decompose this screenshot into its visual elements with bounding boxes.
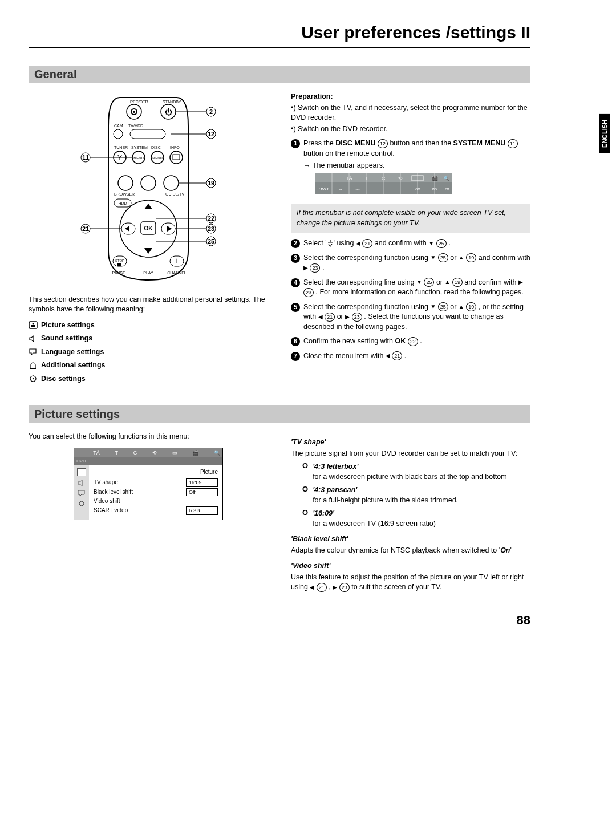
additional-settings-item: Additional settings [29, 360, 268, 371]
svg-text:TUNER: TUNER [114, 145, 128, 149]
videoshift-heading: 'Video shift' [291, 561, 530, 571]
step-2: 2 Select '' using ◀ 21 and confirm with … [291, 238, 530, 249]
svg-text:⏻: ⏻ [165, 108, 172, 116]
disc-settings-item: Disc settings [29, 374, 268, 384]
svg-text:TÅ: TÅ [346, 176, 352, 181]
svg-text:🎬: 🎬 [432, 175, 439, 182]
svg-text:BROWSER: BROWSER [114, 192, 135, 196]
svg-text:23: 23 [208, 225, 214, 232]
additional-icon [29, 362, 38, 370]
sound-settings-item: Sound settings [29, 334, 268, 344]
svg-text:off: off [415, 187, 420, 191]
videoshift-desc: Use this feature to adjust the position … [291, 573, 530, 593]
page-number: 88 [29, 613, 530, 628]
svg-text:C: C [382, 176, 386, 181]
step-6: 6 Confirm the new setting with OK 22 . [291, 336, 530, 347]
option-1609: O '16:09'for a widescreen TV (16:9 scree… [302, 509, 530, 529]
svg-text:19: 19 [208, 180, 214, 186]
svg-text:🔍: 🔍 [443, 175, 450, 182]
svg-text:TV/HDD: TV/HDD [128, 124, 143, 128]
svg-text:INFO: INFO [170, 145, 180, 149]
section-picture: Picture settings [29, 405, 530, 423]
remote-diagram: REC/OTR STANDBY ⏻ CAM TV/HDD TUNER SYSTE… [29, 92, 268, 289]
picture-icon [29, 321, 38, 329]
option-panscan: O '4:3 panscan'for a full-height picture… [302, 485, 530, 505]
svg-point-72 [33, 378, 34, 379]
svg-text:off: off [445, 187, 449, 191]
page-title: User preferences /settings II [29, 23, 530, 48]
svg-rect-70 [30, 368, 36, 369]
tvshape-desc: The picture signal from your DVD recorde… [291, 449, 530, 459]
note-box: If this menubar is not complete visible … [291, 204, 530, 233]
svg-text:STOP: STOP [115, 259, 124, 262]
svg-text:DISC: DISC [151, 145, 161, 149]
svg-text:CAM: CAM [114, 124, 123, 128]
svg-text:12: 12 [208, 131, 214, 137]
svg-point-96 [79, 501, 84, 506]
svg-text:Y: Y [117, 154, 122, 162]
intro-text: This section describes how you can make … [29, 295, 268, 315]
svg-text:11: 11 [82, 154, 89, 161]
option-letterbox: O '4:3 letterbox'for a widescreen pictur… [302, 462, 530, 482]
prep-line-2: •) Switch on the DVD recorder. [291, 124, 530, 135]
step-7: 7 Close the menu item with ◀ 21 . [291, 351, 530, 362]
preparation-title: Preparation: [291, 92, 530, 102]
language-settings-item: Language settings [29, 347, 268, 358]
svg-text:PAUSE: PAUSE [112, 271, 125, 275]
sound-icon [29, 335, 38, 343]
svg-rect-69 [31, 325, 35, 327]
svg-text:---: --- [356, 187, 360, 191]
settings-symbol-list: Picture settings Sound settings Language… [29, 320, 268, 384]
svg-text:MENU: MENU [152, 156, 163, 160]
svg-text:STANDBY: STANDBY [163, 100, 181, 104]
picture-settings-item: Picture settings [29, 320, 268, 331]
osd-screenshot: TÅTC⟲▭🎬🔍 DVD Picture TV shape16:09 Black… [74, 448, 223, 521]
svg-text:--: -- [339, 187, 342, 191]
svg-text:no: no [432, 187, 437, 191]
svg-text:SYSTEM: SYSTEM [131, 145, 148, 149]
svg-text:T: T [364, 176, 368, 181]
picture-intro: You can select the following functions i… [29, 432, 268, 442]
svg-point-68 [33, 323, 34, 325]
svg-rect-37 [117, 263, 121, 266]
svg-text:CHANNEL: CHANNEL [167, 271, 187, 275]
svg-text:25: 25 [208, 238, 214, 245]
step-3: 3 Select the corresponding function usin… [291, 253, 530, 273]
svg-point-4 [133, 111, 135, 113]
svg-text:HDD: HDD [118, 201, 127, 205]
prep-line-1: •) Switch on the TV, and if necessary, s… [291, 103, 530, 123]
tvshape-heading: 'TV shape' [291, 437, 530, 448]
svg-text:REC/OTR: REC/OTR [130, 100, 148, 104]
step-4: 4 Select the corresponding line using ▼ … [291, 278, 530, 298]
svg-text:22: 22 [208, 215, 214, 222]
menubar-graphic: DVD TÅ T C ⟲ 🎬 🔍 -- --- off no off [315, 173, 452, 194]
svg-text:2: 2 [209, 108, 213, 115]
svg-text:MENU: MENU [133, 156, 144, 160]
svg-text:PLAY: PLAY [143, 271, 153, 275]
disc-icon [29, 375, 38, 383]
language-icon [29, 348, 38, 356]
svg-text:21: 21 [82, 225, 89, 232]
section-general: General [29, 66, 530, 83]
svg-text:DVD: DVD [319, 186, 329, 192]
svg-text:⟲: ⟲ [398, 176, 403, 181]
svg-text:GUIDE/TV: GUIDE/TV [165, 192, 184, 196]
blacklevel-heading: 'Black level shift' [291, 534, 530, 545]
step-1: 1 Press the DISC MENU 12 button and then… [291, 139, 530, 199]
blacklevel-desc: Adapts the colour dynamics for NTSC play… [291, 546, 530, 556]
step-5: 5 Select the corresponding function usin… [291, 302, 530, 332]
svg-text:+: + [175, 256, 179, 265]
svg-text:OK: OK [144, 225, 153, 232]
